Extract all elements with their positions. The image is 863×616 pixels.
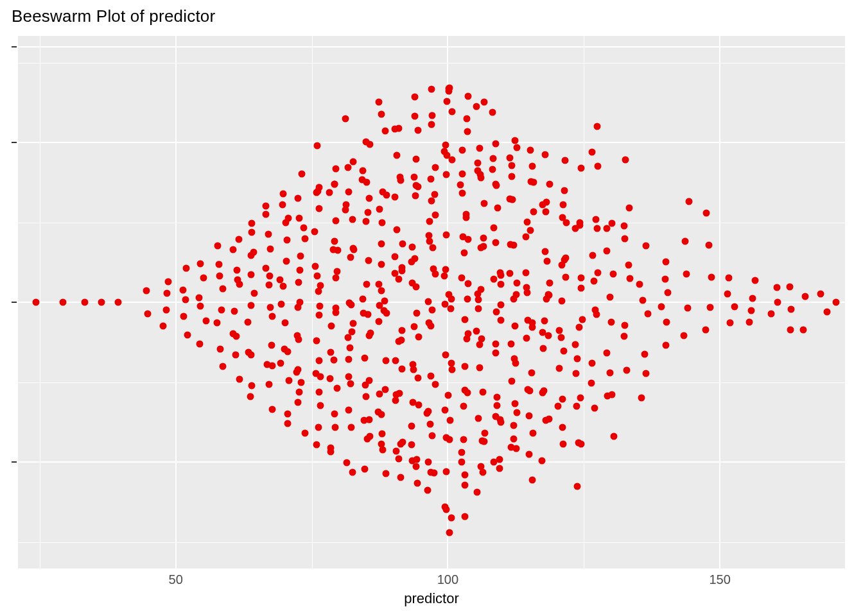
data-point — [315, 424, 322, 431]
data-point — [378, 261, 385, 268]
data-point — [332, 304, 339, 311]
data-point — [196, 303, 204, 310]
data-point — [428, 198, 435, 205]
data-point — [424, 298, 432, 305]
data-point — [283, 236, 290, 243]
data-point — [381, 307, 388, 314]
data-point — [490, 276, 497, 283]
data-point — [589, 252, 596, 259]
data-point — [787, 305, 794, 312]
data-point — [559, 424, 566, 431]
data-point — [594, 225, 601, 232]
data-point — [578, 285, 585, 292]
data-point — [592, 306, 599, 313]
data-point — [643, 370, 650, 377]
data-point — [661, 275, 668, 282]
data-point — [787, 283, 794, 290]
data-point — [512, 137, 519, 144]
data-point — [414, 479, 421, 486]
data-point — [248, 271, 255, 278]
data-point — [610, 433, 617, 440]
data-point — [333, 217, 340, 224]
data-point — [461, 387, 468, 394]
data-point — [365, 257, 372, 264]
plot-panel — [18, 36, 845, 569]
y-tick-mark — [12, 461, 17, 463]
data-point — [327, 444, 334, 451]
data-point — [333, 384, 340, 391]
data-point — [607, 319, 615, 326]
data-point — [428, 112, 435, 119]
data-point — [229, 246, 236, 253]
data-point — [494, 402, 501, 409]
data-point — [284, 410, 291, 417]
data-point — [476, 144, 484, 151]
y-tick-mark — [12, 142, 17, 143]
data-point — [431, 191, 438, 198]
data-point — [266, 381, 273, 388]
data-point — [428, 121, 435, 128]
data-point — [278, 300, 285, 307]
data-point — [604, 393, 611, 400]
data-point — [544, 258, 551, 265]
data-point — [301, 235, 308, 242]
data-point — [412, 255, 419, 262]
gridline-horizontal-minor — [18, 542, 845, 543]
data-point — [462, 513, 469, 520]
data-point — [638, 394, 645, 401]
data-point — [409, 398, 416, 406]
data-point — [411, 323, 418, 330]
data-point — [392, 194, 399, 201]
data-point — [408, 422, 415, 429]
data-point — [182, 296, 189, 303]
data-point — [594, 269, 601, 276]
data-point — [280, 282, 287, 289]
data-point — [481, 430, 488, 437]
data-point — [295, 398, 302, 406]
data-point — [378, 219, 385, 226]
data-point — [429, 306, 436, 313]
data-point — [522, 233, 529, 240]
gridline-horizontal-minor — [18, 63, 845, 64]
data-point — [82, 299, 89, 306]
data-point — [283, 257, 290, 264]
data-point — [396, 389, 403, 397]
data-point — [164, 278, 171, 285]
data-point — [214, 242, 222, 249]
data-point — [476, 364, 484, 372]
data-point — [328, 322, 335, 329]
data-point — [579, 316, 586, 323]
data-point — [334, 268, 341, 275]
data-point — [409, 361, 416, 368]
data-point — [474, 489, 481, 496]
data-point — [509, 162, 516, 169]
data-point — [530, 209, 537, 216]
data-point — [200, 275, 207, 282]
data-point — [317, 373, 324, 381]
data-point — [512, 360, 519, 367]
data-point — [302, 430, 309, 437]
data-point — [489, 166, 496, 173]
data-point — [392, 357, 399, 364]
data-point — [268, 406, 275, 413]
data-point — [379, 447, 386, 454]
data-point — [295, 388, 302, 395]
data-point — [573, 402, 580, 409]
data-point — [248, 351, 255, 358]
data-point — [376, 318, 383, 325]
data-point — [343, 459, 350, 466]
data-point — [490, 155, 497, 162]
data-point — [296, 266, 303, 273]
data-point — [478, 286, 485, 293]
data-point — [216, 272, 223, 279]
data-point — [594, 123, 601, 130]
data-point — [316, 388, 323, 395]
data-point — [98, 299, 105, 306]
data-point — [251, 289, 258, 296]
data-point — [333, 274, 340, 281]
data-point — [162, 307, 170, 314]
data-point — [415, 126, 422, 133]
data-point — [492, 341, 499, 348]
data-point — [578, 274, 585, 281]
data-point — [562, 157, 569, 164]
